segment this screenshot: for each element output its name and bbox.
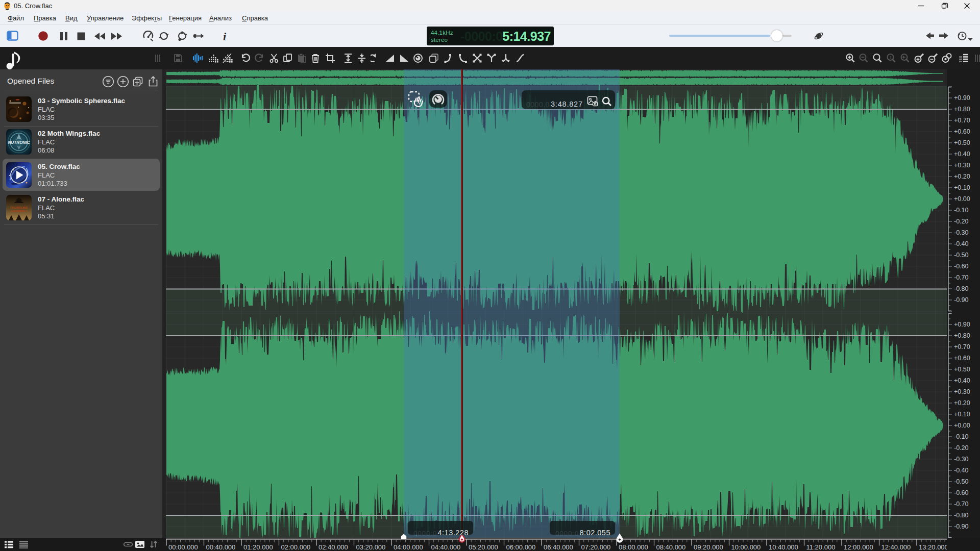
svg-text:-0.70: -0.70: [954, 274, 969, 281]
svg-text:-0.90: -0.90: [954, 296, 969, 304]
svg-text:03:20.000: 03:20.000: [356, 543, 386, 551]
svg-text:02:00.000: 02:00.000: [281, 543, 311, 551]
svg-text:02:40.000: 02:40.000: [318, 543, 348, 551]
svg-text:09:20.000: 09:20.000: [694, 543, 723, 551]
svg-text:08:00.000: 08:00.000: [619, 543, 648, 551]
svg-text:+0.10: +0.10: [954, 411, 970, 418]
svg-text:+0.40: +0.40: [954, 377, 970, 384]
svg-text:+0.50: +0.50: [954, 139, 970, 146]
svg-text:-0.10: -0.10: [954, 433, 969, 440]
svg-text:+0.70: +0.70: [954, 117, 970, 124]
svg-text:10:00.000: 10:00.000: [731, 543, 761, 551]
svg-text:13:20.000: 13:20.000: [919, 543, 947, 551]
svg-text:10:40.000: 10:40.000: [769, 543, 798, 551]
svg-text:-0.40: -0.40: [954, 240, 969, 247]
svg-text:+0.00: +0.00: [954, 422, 970, 429]
svg-text:1: 1: [889, 55, 892, 60]
svg-text:00:40.000: 00:40.000: [206, 543, 236, 551]
svg-text:-0.30: -0.30: [954, 456, 969, 463]
svg-text:+0.30: +0.30: [954, 162, 970, 169]
svg-text:04:40.000: 04:40.000: [431, 543, 461, 551]
svg-text:-0.20: -0.20: [954, 444, 969, 452]
svg-text:05:20.000: 05:20.000: [469, 543, 498, 551]
svg-text:+0.90: +0.90: [954, 321, 970, 328]
svg-text:-0.80: -0.80: [954, 285, 969, 292]
svg-text:+0.40: +0.40: [954, 151, 970, 158]
svg-text:+0.20: +0.20: [954, 173, 970, 180]
svg-text:+0.10: +0.10: [954, 184, 970, 191]
svg-text:+0.60: +0.60: [954, 355, 970, 362]
svg-text:11:20.000: 11:20.000: [806, 543, 836, 551]
svg-text:-0.90: -0.90: [954, 523, 969, 530]
svg-text:+0.80: +0.80: [954, 106, 970, 113]
svg-text:+0.20: +0.20: [954, 399, 970, 407]
svg-text:FRONTLINE: FRONTLINE: [10, 206, 28, 209]
svg-text:06:40.000: 06:40.000: [544, 543, 573, 551]
svg-text:-0.10: -0.10: [954, 207, 969, 214]
svg-text:00:00.000: 00:00.000: [168, 543, 198, 551]
svg-text:-0.40: -0.40: [954, 467, 969, 474]
svg-text:04:00.000: 04:00.000: [394, 543, 423, 551]
svg-text:-0.60: -0.60: [954, 489, 969, 496]
svg-text:08:40.000: 08:40.000: [656, 543, 686, 551]
svg-text:-0.50: -0.50: [954, 252, 969, 259]
svg-text:12:40.000: 12:40.000: [881, 543, 911, 551]
svg-text:-0.50: -0.50: [954, 478, 969, 485]
svg-text:NUTRONIC: NUTRONIC: [8, 140, 30, 145]
svg-text:-0.60: -0.60: [954, 263, 969, 270]
svg-text:+0.80: +0.80: [954, 332, 970, 339]
svg-text:06:00.000: 06:00.000: [506, 543, 536, 551]
svg-text:+0.70: +0.70: [954, 343, 970, 350]
svg-text:07:20.000: 07:20.000: [581, 543, 611, 551]
svg-text:+0.60: +0.60: [954, 128, 970, 135]
svg-text:+0.90: +0.90: [954, 94, 970, 102]
svg-text:-0.70: -0.70: [954, 500, 969, 508]
svg-text:-0.30: -0.30: [954, 229, 969, 236]
svg-text:12:00.000: 12:00.000: [844, 543, 873, 551]
svg-text:-0.20: -0.20: [954, 218, 969, 225]
svg-text:+0.50: +0.50: [954, 366, 970, 373]
svg-text:ASSEMBLY: ASSEMBLY: [11, 210, 28, 213]
svg-text:01:20.000: 01:20.000: [243, 543, 273, 551]
svg-text:+0.30: +0.30: [954, 388, 970, 395]
svg-text:-0.80: -0.80: [954, 512, 969, 519]
svg-text:+0.00: +0.00: [954, 195, 970, 203]
